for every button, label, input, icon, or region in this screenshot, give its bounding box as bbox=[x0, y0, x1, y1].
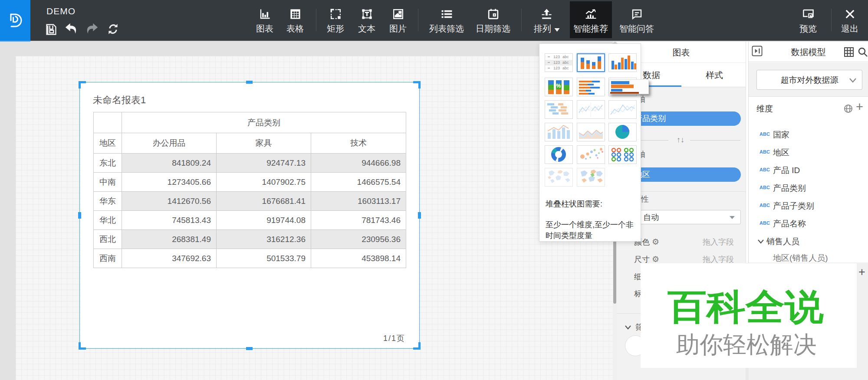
svg-text:123: 123 bbox=[553, 60, 560, 65]
svg-text:%: % bbox=[556, 83, 561, 89]
svg-text:abc: abc bbox=[562, 55, 569, 59]
svg-text:abc: abc bbox=[562, 66, 569, 70]
svg-text:123: 123 bbox=[553, 66, 560, 70]
svg-text:abc: abc bbox=[562, 60, 569, 65]
svg-text:123: 123 bbox=[553, 55, 560, 59]
